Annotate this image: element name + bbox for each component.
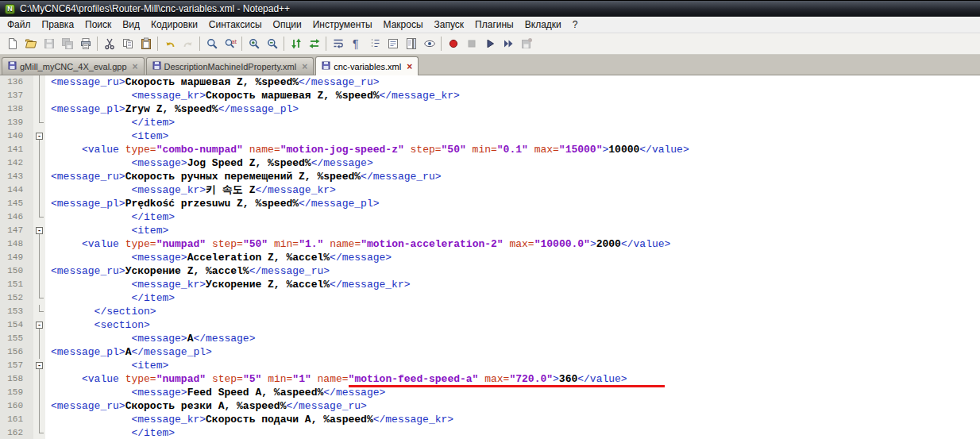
zoom-in-button[interactable] xyxy=(245,35,263,53)
menu-item-1[interactable]: Правка xyxy=(37,17,80,33)
tab-label: cnc-variables.xml xyxy=(334,62,401,71)
bookmark-margin[interactable] xyxy=(27,197,33,210)
fold-collapse-icon[interactable]: - xyxy=(36,362,43,369)
fold-margin-cell xyxy=(33,372,45,386)
fold-line xyxy=(39,170,40,183)
bookmark-margin[interactable] xyxy=(27,129,33,143)
code-line: 144 <message_kr>키 속도 Z</message_kr> xyxy=(0,183,980,197)
code-text: <item> xyxy=(45,359,980,372)
fold-margin-cell xyxy=(33,264,45,278)
fold-collapse-icon[interactable]: - xyxy=(36,322,43,329)
bookmark-margin[interactable] xyxy=(27,224,33,237)
fold-collapse-icon[interactable]: - xyxy=(36,133,43,140)
bookmark-margin[interactable] xyxy=(27,399,33,413)
bookmark-margin[interactable] xyxy=(27,237,33,251)
menu-item-9[interactable]: Запуск xyxy=(429,17,470,33)
fold-collapse-icon[interactable]: - xyxy=(36,227,43,234)
bookmark-margin[interactable] xyxy=(27,359,33,372)
preview-eye-button[interactable] xyxy=(420,35,438,53)
bookmark-margin[interactable] xyxy=(27,345,33,359)
code-line: 162 </item> xyxy=(0,426,980,439)
new-file-button[interactable] xyxy=(3,35,21,53)
stop-record-button[interactable] xyxy=(462,35,480,53)
function-list-button[interactable] xyxy=(384,35,402,53)
menu-item-10[interactable]: Плагины xyxy=(469,17,519,33)
undo-button[interactable] xyxy=(160,35,179,53)
tab-1[interactable]: DescriptionMachineIdProperty.xml× xyxy=(146,57,314,75)
menu-item-5[interactable]: Синтаксисы xyxy=(203,17,268,33)
bookmark-margin[interactable] xyxy=(27,102,33,116)
record-macro-button[interactable] xyxy=(444,35,462,53)
save-icon xyxy=(43,37,56,50)
bookmark-margin[interactable] xyxy=(27,210,33,224)
bookmark-margin[interactable] xyxy=(27,278,33,291)
word-wrap-button[interactable] xyxy=(329,35,347,53)
save-all-button[interactable] xyxy=(58,35,76,53)
code-line: 137 <message_kr>Скорость маршевая Z, %sp… xyxy=(0,89,980,102)
find-button[interactable] xyxy=(203,35,221,53)
menu-item-11[interactable]: Вкладки xyxy=(519,17,567,33)
new-file-icon xyxy=(6,37,19,50)
bookmark-margin[interactable] xyxy=(27,156,33,170)
run-macro-multiple-button[interactable] xyxy=(499,35,517,53)
menu-item-7[interactable]: Инструменты xyxy=(307,17,378,33)
bookmark-margin[interactable] xyxy=(27,116,33,129)
replace-button[interactable]: ab xyxy=(221,35,239,53)
code-text: <section> xyxy=(45,318,980,332)
save-macro-button[interactable] xyxy=(517,35,535,53)
bookmark-margin[interactable] xyxy=(27,305,33,318)
bookmark-margin[interactable] xyxy=(27,413,33,426)
fold-line xyxy=(39,197,40,210)
bookmark-margin[interactable] xyxy=(27,426,33,439)
bookmark-margin[interactable] xyxy=(27,264,33,278)
playback-macro-button[interactable] xyxy=(480,35,499,53)
tab-0[interactable]: gMill_myCNC_4X_eval.gpp× xyxy=(2,57,145,75)
tab-close-icon[interactable]: × xyxy=(133,62,138,71)
bookmark-margin[interactable] xyxy=(27,75,33,89)
sync-horizontal-button[interactable] xyxy=(305,35,323,53)
bookmark-margin[interactable] xyxy=(27,89,33,102)
code-text: </section> xyxy=(45,305,980,318)
bookmark-margin[interactable] xyxy=(27,170,33,183)
tab-close-icon[interactable]: × xyxy=(302,62,307,71)
menu-item-0[interactable]: Файл xyxy=(2,17,37,33)
tab-close-icon[interactable]: × xyxy=(407,62,412,71)
bookmark-margin[interactable] xyxy=(27,386,33,399)
code-text: <message>Jog Speed Z, %speed%</message> xyxy=(45,156,980,170)
code-line: 152 </item> xyxy=(0,291,980,305)
redo-button[interactable] xyxy=(179,35,197,53)
bookmark-margin[interactable] xyxy=(27,291,33,305)
code-line: 155 <message>A</message> xyxy=(0,332,980,345)
code-text: </item> xyxy=(45,426,980,439)
bookmark-margin[interactable] xyxy=(27,372,33,386)
indent-guide-button[interactable] xyxy=(365,35,384,53)
code-line: 153 </section> xyxy=(0,305,980,318)
menu-item-8[interactable]: Макросы xyxy=(378,17,429,33)
code-line: 143<message_ru>Скорость ручных перемещен… xyxy=(0,170,980,183)
code-text: <item> xyxy=(45,224,980,237)
bookmark-margin[interactable] xyxy=(27,251,33,264)
show-all-characters-button[interactable]: ¶ xyxy=(347,35,365,53)
code-line: 160<message_ru>Скорость резки A, %aspeed… xyxy=(0,399,980,413)
copy-button[interactable] xyxy=(118,35,137,53)
menu-item-12[interactable]: ? xyxy=(567,17,584,33)
menu-item-6[interactable]: Опции xyxy=(268,17,307,33)
open-folder-button[interactable] xyxy=(21,35,40,53)
bookmark-margin[interactable] xyxy=(27,318,33,332)
sync-vertical-button[interactable] xyxy=(287,35,305,53)
paste-button[interactable] xyxy=(137,35,155,53)
editor[interactable]: 136<message_ru>Скорость маршевая Z, %spe… xyxy=(0,75,980,439)
menu-item-3[interactable]: Вид xyxy=(117,17,145,33)
tab-active-2[interactable]: cnc-variables.xml× xyxy=(315,56,419,75)
bookmark-margin[interactable] xyxy=(27,143,33,156)
print-button[interactable] xyxy=(76,35,95,53)
cut-button[interactable] xyxy=(100,35,118,53)
save-button[interactable] xyxy=(40,35,58,53)
fold-line xyxy=(39,75,40,89)
bookmark-margin[interactable] xyxy=(27,183,33,197)
menu-item-2[interactable]: Поиск xyxy=(79,17,117,33)
zoom-out-button[interactable] xyxy=(263,35,281,53)
doc-map-button[interactable] xyxy=(402,35,420,53)
menu-item-4[interactable]: Кодировки xyxy=(145,17,203,33)
bookmark-margin[interactable] xyxy=(27,332,33,345)
